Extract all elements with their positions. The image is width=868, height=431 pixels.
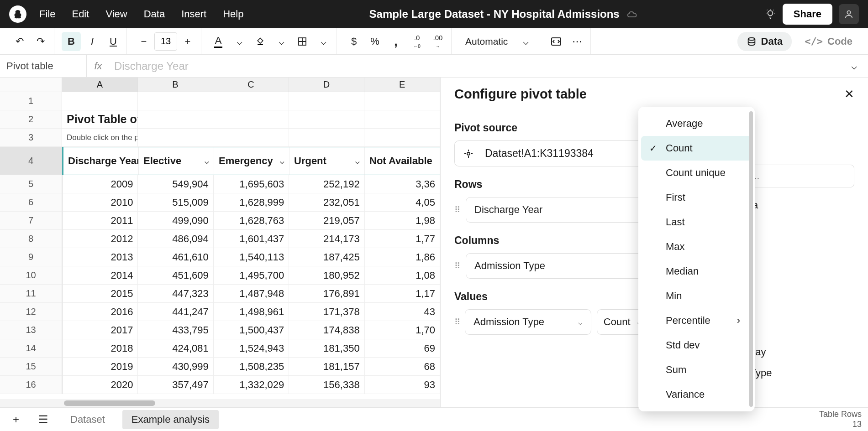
close-panel-button[interactable]: ✕ [844, 87, 854, 101]
data-cell[interactable]: 180,952 [289, 266, 364, 285]
dropdown-item[interactable]: Sum [641, 358, 752, 382]
data-cell[interactable]: 424,081 [138, 339, 213, 358]
data-cell[interactable]: 486,094 [138, 230, 213, 248]
data-cell[interactable]: 219,057 [289, 212, 364, 230]
cell[interactable] [62, 92, 138, 110]
data-cell[interactable]: 1,17 [365, 285, 440, 303]
data-cell[interactable]: 156,338 [289, 376, 364, 394]
formula-expand[interactable]: ⌵ [844, 57, 863, 76]
borders-menu[interactable]: ⌵ [314, 32, 333, 51]
dropdown-item[interactable]: Count unique [641, 161, 752, 185]
font-size-decrease[interactable]: − [134, 32, 153, 51]
undo-button[interactable]: ↶ [10, 32, 29, 51]
data-cell[interactable]: 214,173 [289, 230, 364, 248]
values-field[interactable]: Admission Type ⌵ [465, 309, 591, 335]
data-cell[interactable]: 1,86 [365, 248, 440, 266]
data-cell[interactable]: 2019 [62, 358, 138, 376]
more-button[interactable]: ⋯ [568, 32, 587, 51]
data-cell[interactable]: 1,540,113 [214, 248, 289, 266]
cell[interactable] [289, 129, 365, 147]
format-currency[interactable]: $ [344, 32, 363, 51]
pivot-subtitle-cell[interactable]: Double click on the pivot table to edit.… [62, 129, 138, 147]
dropdown-item[interactable]: Std dev [641, 333, 752, 358]
data-cell[interactable]: 2015 [62, 285, 138, 303]
cell[interactable] [364, 92, 440, 110]
row-header[interactable]: 12 [0, 303, 62, 321]
data-cell[interactable]: 2017 [62, 321, 138, 339]
format-comma[interactable]: , [386, 32, 405, 51]
pivot-header[interactable]: Not Available [365, 147, 440, 175]
data-cell[interactable]: 2012 [62, 230, 138, 248]
row-header[interactable]: 10 [0, 266, 62, 285]
app-logo[interactable] [9, 5, 26, 23]
menu-data[interactable]: Data [144, 8, 165, 20]
dropdown-item[interactable]: Median [641, 259, 752, 284]
code-cell-button[interactable] [547, 32, 566, 51]
data-cell[interactable]: 3,36 [365, 175, 440, 193]
font-size-increase[interactable]: + [178, 32, 197, 51]
dropdown-item[interactable]: Average [641, 111, 752, 136]
tab-dataset[interactable]: Dataset [61, 410, 114, 429]
row-header[interactable]: 6 [0, 193, 62, 212]
fill-color-button[interactable] [251, 32, 270, 51]
dropdown-item[interactable]: First [641, 185, 752, 210]
data-cell[interactable]: 1,500,437 [214, 321, 289, 339]
data-cell[interactable]: 2010 [62, 193, 138, 212]
italic-button[interactable]: I [83, 32, 102, 51]
drag-handle-icon[interactable]: ⠿ [454, 205, 459, 215]
row-header[interactable]: 1 [0, 92, 62, 110]
row-header[interactable]: 3 [0, 129, 62, 147]
col-header-c[interactable]: C [213, 78, 289, 92]
dropdown-item[interactable]: Max [641, 234, 752, 259]
data-cell[interactable]: 1,498,961 [214, 303, 289, 321]
data-cell[interactable]: 447,323 [138, 285, 213, 303]
text-color-menu[interactable]: ⌵ [230, 32, 249, 51]
pivot-header[interactable]: Discharge Year ⌵ [62, 147, 139, 175]
menu-edit[interactable]: Edit [72, 8, 89, 20]
menu-view[interactable]: View [105, 8, 127, 20]
data-cell[interactable]: 2014 [62, 266, 138, 285]
row-header[interactable]: 8 [0, 230, 62, 248]
data-cell[interactable]: 181,157 [289, 358, 364, 376]
drag-handle-icon[interactable]: ⠿ [454, 317, 459, 327]
data-cell[interactable]: 1,98 [365, 212, 440, 230]
row-header[interactable]: 5 [0, 175, 62, 193]
row-header[interactable]: 9 [0, 248, 62, 266]
data-cell[interactable]: 1,332,029 [214, 376, 289, 394]
menu-insert[interactable]: Insert [181, 8, 206, 20]
cell[interactable] [213, 129, 289, 147]
data-cell[interactable]: 176,891 [289, 285, 364, 303]
data-cell[interactable]: 1,628,999 [214, 193, 289, 212]
cell[interactable] [213, 92, 289, 110]
formula-input[interactable]: Discharge Year [110, 60, 844, 73]
pivot-title-cell[interactable]: Pivot Table of Hospital Admissions by Ty… [62, 110, 138, 129]
decrease-decimal[interactable]: .0←0 [407, 32, 426, 51]
cell[interactable] [289, 110, 365, 129]
sheets-menu-button[interactable]: ☰ [34, 410, 53, 429]
data-cell[interactable]: 1,524,943 [214, 339, 289, 358]
cell[interactable] [138, 110, 214, 129]
data-cell[interactable]: 461,610 [138, 248, 213, 266]
data-cell[interactable]: 1,77 [365, 230, 440, 248]
theme-toggle-icon[interactable] [764, 8, 776, 20]
fill-color-menu[interactable]: ⌵ [272, 32, 291, 51]
menu-help[interactable]: Help [223, 8, 243, 20]
row-header[interactable]: 11 [0, 285, 62, 303]
data-cell[interactable]: 2016 [62, 303, 138, 321]
row-header[interactable]: 4 [0, 147, 62, 175]
dropdown-item[interactable]: Count [641, 136, 752, 161]
drag-handle-icon[interactable]: ⠿ [454, 261, 459, 271]
data-cell[interactable]: 2009 [62, 175, 138, 193]
data-cell[interactable]: 515,009 [138, 193, 213, 212]
cell[interactable] [364, 110, 440, 129]
cell[interactable] [138, 92, 214, 110]
data-cell[interactable]: 357,497 [138, 376, 213, 394]
horizontal-scrollbar[interactable] [0, 399, 440, 407]
data-cell[interactable]: 451,609 [138, 266, 213, 285]
row-header[interactable]: 7 [0, 212, 62, 230]
dropdown-scrollbar[interactable] [749, 111, 753, 407]
data-cell[interactable]: 68 [365, 358, 440, 376]
data-chip[interactable]: Data [737, 32, 792, 51]
data-cell[interactable]: 174,838 [289, 321, 364, 339]
data-cell[interactable]: 93 [365, 376, 440, 394]
